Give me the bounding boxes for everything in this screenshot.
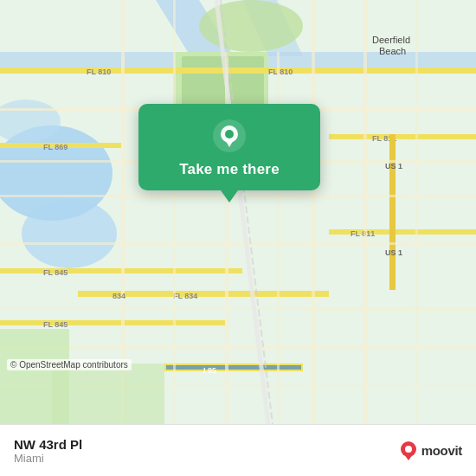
svg-text:834: 834: [113, 292, 125, 300]
svg-rect-28: [389, 134, 396, 290]
svg-text:FL 811: FL 811: [351, 229, 375, 238]
svg-rect-26: [166, 365, 301, 370]
svg-text:FL 845: FL 845: [43, 268, 68, 277]
svg-text:Beach: Beach: [379, 46, 406, 56]
bottom-bar: NW 43rd Pl Miami moovit: [0, 424, 476, 476]
location-pin-icon: [213, 119, 246, 152]
osm-credit: © OpenStreetMap contributors: [7, 359, 132, 370]
svg-text:I 95: I 95: [203, 366, 216, 375]
svg-text:FL 845: FL 845: [43, 320, 68, 329]
svg-text:FL 834: FL 834: [173, 292, 197, 300]
svg-rect-35: [312, 0, 315, 424]
svg-rect-41: [0, 242, 476, 245]
location-city: Miami: [14, 452, 82, 465]
svg-point-58: [405, 446, 412, 453]
take-me-there-popup[interactable]: Take me there: [138, 104, 320, 190]
svg-text:US 1: US 1: [385, 248, 402, 257]
svg-rect-32: [173, 0, 176, 424]
svg-text:FL 869: FL 869: [43, 143, 68, 151]
location-name: NW 43rd Pl: [14, 437, 82, 452]
svg-rect-36: [363, 0, 367, 424]
svg-rect-37: [415, 0, 418, 424]
svg-rect-40: [0, 195, 476, 197]
svg-rect-21: [0, 320, 225, 325]
svg-text:US 1: US 1: [385, 162, 402, 170]
moovit-logo-text: moovit: [421, 443, 462, 458]
take-me-there-label: Take me there: [179, 161, 280, 178]
svg-rect-15: [329, 134, 476, 139]
svg-point-5: [22, 199, 117, 268]
svg-text:FL 810: FL 810: [87, 68, 111, 76]
svg-rect-10: [0, 68, 476, 74]
location-info: NW 43rd Pl Miami: [14, 437, 82, 465]
svg-rect-51: [52, 363, 164, 424]
svg-rect-52: [303, 307, 476, 311]
svg-marker-59: [404, 454, 413, 460]
svg-rect-43: [0, 346, 476, 349]
svg-text:Deerfield: Deerfield: [372, 35, 410, 45]
svg-text:FL 810: FL 810: [268, 68, 293, 76]
svg-point-55: [225, 130, 234, 138]
map-view[interactable]: FL 810 FL 810 FL 869 FL 811 FL 811 FL 84…: [0, 0, 476, 424]
moovit-logo-icon: [399, 441, 418, 460]
svg-point-9: [199, 0, 303, 52]
moovit-logo: moovit: [399, 441, 462, 460]
